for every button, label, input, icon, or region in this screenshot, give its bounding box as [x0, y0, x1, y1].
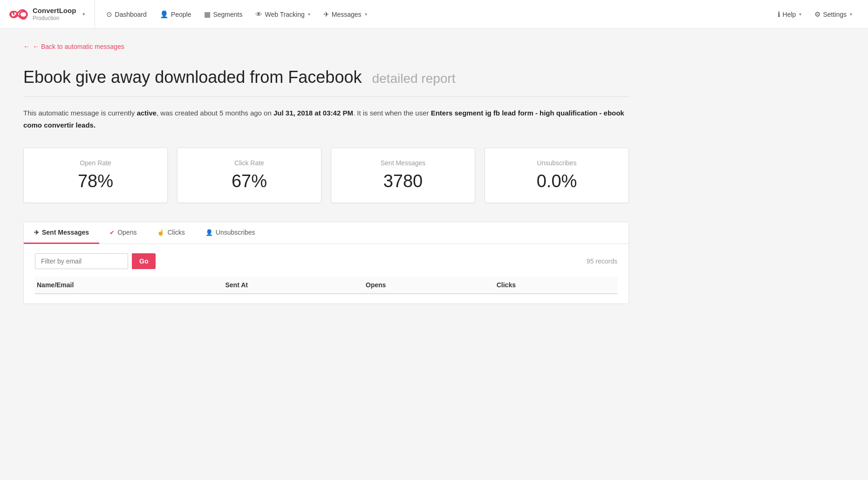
table-header-row: Name/Email Sent At Opens Clicks [35, 277, 617, 294]
brand-name: ConvertLoop Production [33, 6, 76, 22]
segments-icon: ▦ [204, 10, 211, 19]
nav-segments-label: Segments [213, 11, 242, 18]
brand-logo [9, 8, 28, 21]
stat-label-open-rate: Open Rate [33, 159, 158, 167]
nav-right: ℹ Help ▾ ⚙ Settings ▾ [771, 10, 859, 19]
nav-settings[interactable]: ⚙ Settings ▾ [808, 10, 859, 19]
people-icon: 👤 [160, 10, 169, 19]
page-title-main: Ebook give away downloaded from Facebook [23, 68, 362, 87]
stat-value-open-rate: 78% [33, 171, 158, 191]
tab-clicks-label: Clicks [167, 229, 185, 236]
email-filter-input[interactable] [35, 253, 128, 269]
settings-icon: ⚙ [814, 10, 820, 19]
desc-middle: , was created about 5 months ago on [157, 109, 273, 117]
back-link[interactable]: ← ← Back to automatic messages [23, 43, 124, 50]
web-tracking-caret-icon: ▾ [308, 12, 310, 17]
stat-label-click-rate: Click Rate [187, 159, 312, 167]
navbar: ConvertLoop Production ▾ ⊙ Dashboard 👤 P… [0, 0, 868, 29]
dashboard-icon: ⊙ [106, 10, 112, 19]
filter-go-button[interactable]: Go [132, 253, 156, 269]
data-table: Name/Email Sent At Opens Clicks [35, 277, 617, 294]
stat-label-sent-messages: Sent Messages [341, 159, 465, 167]
stat-label-unsubscribes: Unsubscribes [494, 159, 619, 167]
records-count: 95 records [587, 257, 617, 265]
nav-help[interactable]: ℹ Help ▾ [771, 10, 808, 19]
tab-unsubscribes-label: Unsubscribes [216, 229, 255, 236]
tab-opens-label: Opens [117, 229, 137, 236]
brand[interactable]: ConvertLoop Production ▾ [9, 0, 95, 28]
filter-row: Go 95 records [35, 253, 617, 269]
nav-people-label: People [171, 11, 191, 18]
back-link-text: ← Back to automatic messages [33, 43, 124, 50]
stat-value-unsubscribes: 0.0% [494, 171, 619, 191]
page-description: This automatic message is currently acti… [23, 107, 629, 131]
help-icon: ℹ [778, 10, 780, 19]
col-name-email: Name/Email [35, 277, 219, 294]
nav-segments[interactable]: ▦ Segments [198, 0, 249, 28]
stat-value-sent-messages: 3780 [341, 171, 465, 191]
nav-messages[interactable]: ✈ Messages ▾ [317, 0, 374, 28]
col-opens: Opens [360, 277, 491, 294]
back-arrow-icon: ← [23, 43, 30, 50]
nav-web-tracking-label: Web Tracking [265, 11, 304, 18]
clicks-tab-icon: ☝ [157, 229, 164, 236]
settings-caret-icon: ▾ [850, 12, 852, 17]
page-title-sub: detailed report [372, 71, 455, 86]
stat-card-unsubscribes: Unsubscribes 0.0% [485, 148, 629, 203]
stat-card-open-rate: Open Rate 78% [23, 148, 168, 203]
opens-tab-icon: ✔ [109, 229, 115, 236]
tab-sent-messages-label: Sent Messages [42, 229, 89, 236]
nav-web-tracking[interactable]: 👁 Web Tracking ▾ [249, 0, 316, 28]
main-content: ← ← Back to automatic messages Ebook giv… [0, 29, 652, 318]
tab-clicks[interactable]: ☝ Clicks [147, 222, 195, 244]
divider [23, 96, 629, 97]
tab-unsubscribes[interactable]: 👤 Unsubscribes [195, 222, 266, 244]
tab-sent-messages[interactable]: ✈ Sent Messages [24, 222, 99, 244]
col-clicks: Clicks [491, 277, 617, 294]
stats-row: Open Rate 78% Click Rate 67% Sent Messag… [23, 148, 629, 203]
unsubscribes-tab-icon: 👤 [205, 229, 213, 236]
tabs-body: Go 95 records Name/Email Sent At Opens C… [24, 244, 629, 304]
brand-env: Production [33, 15, 76, 22]
desc-prefix: This automatic message is currently [23, 109, 137, 117]
web-tracking-icon: 👁 [255, 10, 262, 18]
page-title: Ebook give away downloaded from Facebook… [23, 67, 629, 87]
nav-items: ⊙ Dashboard 👤 People ▦ Segments 👁 Web Tr… [95, 0, 771, 28]
messages-caret-icon: ▾ [365, 12, 367, 17]
tabs-section: ✈ Sent Messages ✔ Opens ☝ Clicks 👤 Unsub… [23, 222, 629, 304]
messages-icon: ✈ [323, 10, 329, 19]
tab-opens[interactable]: ✔ Opens [99, 222, 147, 244]
desc-suffix: . It is sent when the user [353, 109, 431, 117]
desc-date: Jul 31, 2018 at 03:42 PM [273, 109, 353, 117]
desc-status: active [137, 109, 157, 117]
stat-value-click-rate: 67% [187, 171, 312, 191]
sent-messages-tab-icon: ✈ [34, 229, 39, 236]
nav-help-label: Help [783, 11, 796, 18]
stat-card-sent-messages: Sent Messages 3780 [331, 148, 475, 203]
brand-caret-icon: ▾ [82, 11, 85, 17]
nav-settings-label: Settings [823, 11, 847, 18]
nav-people[interactable]: 👤 People [153, 0, 198, 28]
stat-card-click-rate: Click Rate 67% [177, 148, 321, 203]
nav-dashboard-label: Dashboard [115, 11, 147, 18]
filter-controls: Go [35, 253, 156, 269]
brand-name-text: ConvertLoop [33, 6, 76, 15]
tabs-header: ✈ Sent Messages ✔ Opens ☝ Clicks 👤 Unsub… [24, 222, 629, 244]
help-caret-icon: ▾ [799, 12, 801, 17]
col-sent-at: Sent At [219, 277, 360, 294]
nav-dashboard[interactable]: ⊙ Dashboard [100, 0, 153, 28]
logo-icon [9, 8, 28, 21]
nav-messages-label: Messages [332, 11, 362, 18]
